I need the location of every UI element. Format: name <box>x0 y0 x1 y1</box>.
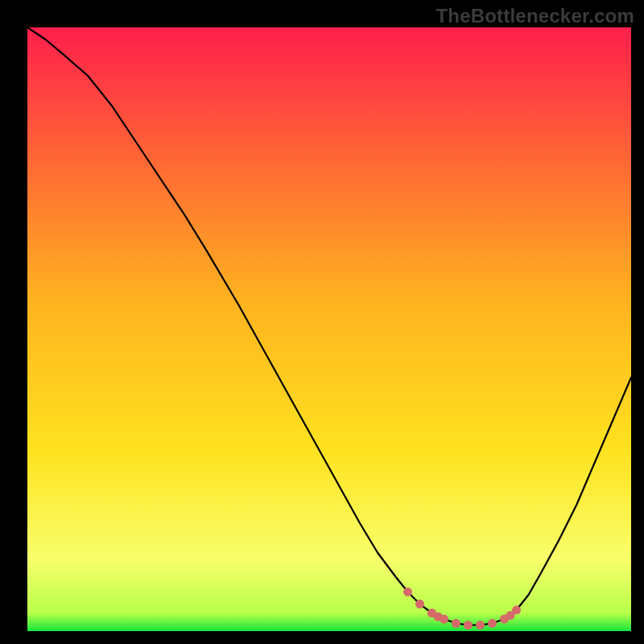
optimal-marker <box>403 588 412 597</box>
optimal-marker <box>488 619 497 628</box>
chart-frame: { "watermark": "TheBottlenecker.com", "c… <box>0 0 644 644</box>
bottleneck-chart <box>27 27 631 631</box>
watermark-text: TheBottlenecker.com <box>436 5 634 27</box>
optimal-marker <box>476 621 485 630</box>
gradient-background <box>27 27 631 631</box>
optimal-marker <box>452 619 460 628</box>
optimal-marker <box>415 600 424 609</box>
optimal-marker <box>512 605 521 614</box>
optimal-marker <box>464 621 473 630</box>
optimal-marker <box>440 615 448 624</box>
